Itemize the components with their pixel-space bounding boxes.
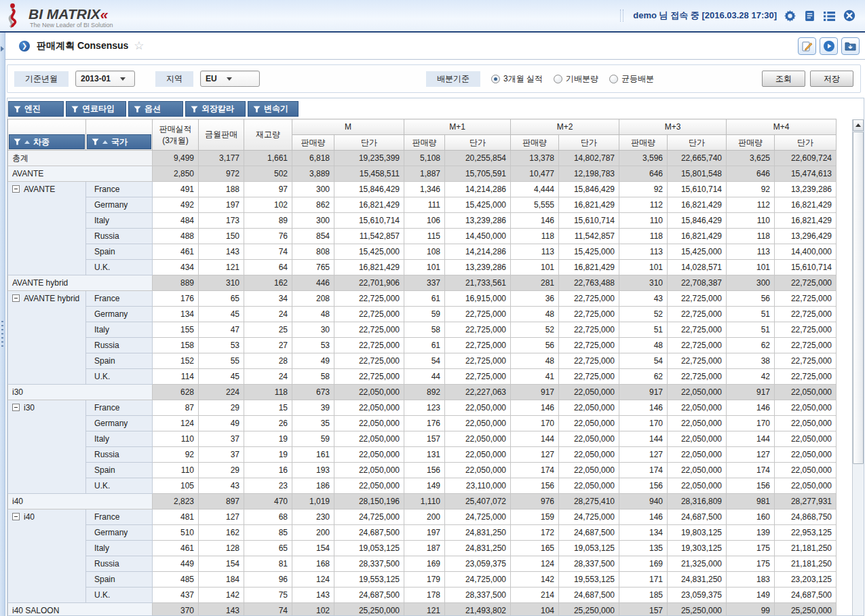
value-cell: 22,763,488 xyxy=(559,275,619,291)
value-cell: 21,181,250 xyxy=(775,556,837,572)
country-cell: Italy xyxy=(86,213,153,229)
value-cell: 22,725,000 xyxy=(668,322,727,338)
collapse-toggle-icon[interactable] xyxy=(12,404,20,411)
value-cell: 22,050,000 xyxy=(775,400,837,416)
value-cell: 940 xyxy=(619,494,668,509)
value-cell: 59 xyxy=(404,307,445,322)
value-cell: 158 xyxy=(153,338,199,353)
value-cell: 169 xyxy=(404,556,445,572)
run-query-button[interactable] xyxy=(820,37,838,55)
detail-row: Italy4611286515419,053,12518724,831,2501… xyxy=(8,541,837,556)
filter-chip-fueltype[interactable]: 연료타입 xyxy=(66,101,126,117)
detail-row: Germany49219710286216,821,42911115,425,0… xyxy=(8,197,837,213)
splitter-grip[interactable] xyxy=(1,321,3,348)
value-cell: 134 xyxy=(153,307,199,322)
sort-header-country[interactable]: 국가 xyxy=(87,134,151,149)
value-cell: 897 xyxy=(199,494,244,509)
value-cell: 113 xyxy=(727,244,775,260)
model-cell: AVANTE xyxy=(8,182,86,275)
value-cell: 484 xyxy=(153,213,199,229)
value-cell: 92 xyxy=(619,182,668,197)
chevron-down-icon xyxy=(120,77,126,81)
collapse-toggle-icon[interactable] xyxy=(12,185,20,193)
value-cell: 152 xyxy=(153,353,199,369)
value-cell: 13,296,429 xyxy=(775,229,837,244)
header-group-m3: M+3 xyxy=(619,119,727,135)
sort-header-model[interactable]: 차종 xyxy=(9,134,85,149)
value-cell: 22,953,125 xyxy=(775,525,837,541)
filter-chip-exterior-color[interactable]: 외장칼라 xyxy=(185,101,246,117)
value-cell: 19,053,125 xyxy=(559,541,619,556)
value-cell: 491 xyxy=(153,182,199,197)
collapse-toggle-icon[interactable] xyxy=(12,513,20,520)
value-cell: 13,378 xyxy=(511,151,559,166)
header-group-m2: M+2 xyxy=(511,119,619,135)
grid-panel: 엔진 연료타입 옵션 외장칼라 변속기 xyxy=(7,98,864,616)
value-cell: 146 xyxy=(511,213,559,229)
value-cell: 16,915,000 xyxy=(445,291,511,307)
detail-row: Russia15853275322,725,0006122,725,000562… xyxy=(8,338,837,353)
filter-chip-engine[interactable]: 엔진 xyxy=(8,101,64,117)
value-cell: 22,050,000 xyxy=(668,478,727,494)
value-cell: 49 xyxy=(292,353,334,369)
filter-chip-option[interactable]: 옵션 xyxy=(128,101,183,117)
detail-row: Italy4841738930015,610,71410613,239,2861… xyxy=(8,213,837,229)
region-select[interactable]: EU xyxy=(200,71,260,87)
value-cell: 128 xyxy=(199,541,244,556)
value-cell: 169 xyxy=(619,556,668,572)
radio-prev-distribution[interactable]: 기배분량 xyxy=(554,73,598,85)
value-cell: 65 xyxy=(199,291,244,307)
country-cell: France xyxy=(86,400,153,416)
value-cell: 15,846,429 xyxy=(668,213,727,229)
value-cell: 25,250,000 xyxy=(668,603,727,616)
list-icon[interactable] xyxy=(823,9,836,22)
favorite-star-icon[interactable]: ☆ xyxy=(134,39,144,53)
value-cell: 161 xyxy=(292,447,334,463)
radio-equal-distribution[interactable]: 균등배분 xyxy=(609,73,654,85)
save-button[interactable]: 저장 xyxy=(810,71,853,87)
edit-report-button[interactable] xyxy=(798,37,816,55)
value-cell: 28,337,500 xyxy=(445,588,511,603)
value-cell: 39 xyxy=(292,400,334,416)
value-cell: 22,050,000 xyxy=(668,416,727,431)
brand-name: BI MATRIX xyxy=(28,6,100,22)
row-name-cell: AVANTE xyxy=(8,166,153,182)
value-cell: 208 xyxy=(292,291,334,307)
collapse-toggle-icon[interactable] xyxy=(12,294,20,302)
value-cell: 36 xyxy=(511,291,559,307)
gear-icon[interactable] xyxy=(784,9,796,22)
value-cell: 1,661 xyxy=(244,151,292,166)
side-panel-splitter[interactable] xyxy=(0,33,5,616)
value-cell: 13,239,286 xyxy=(445,213,511,229)
scrollbar-up-button[interactable] xyxy=(853,119,864,131)
value-cell: 62 xyxy=(619,369,668,385)
search-button[interactable]: 조회 xyxy=(762,71,805,87)
vertical-scrollbar[interactable] xyxy=(852,119,864,615)
panel-expand-arrow-icon[interactable] xyxy=(1,46,4,52)
detail-row: AVANTEFrance4911889730015,846,4291,34614… xyxy=(8,182,837,197)
radio-label: 3개월 실적 xyxy=(503,73,543,85)
subheader-volume: 판매량 xyxy=(292,135,334,151)
value-cell: 156 xyxy=(727,478,775,494)
scrollbar-thumb[interactable] xyxy=(853,132,864,464)
value-cell: 22,725,000 xyxy=(445,338,511,353)
header-group-m1: M+1 xyxy=(404,119,511,135)
close-icon[interactable] xyxy=(843,9,856,22)
filter-chip-transmission[interactable]: 변속기 xyxy=(248,101,299,117)
value-cell: 1,887 xyxy=(404,166,445,182)
value-cell: 22,050,000 xyxy=(559,431,619,447)
value-cell: 19,553,125 xyxy=(334,572,404,588)
value-cell: 502 xyxy=(244,166,292,182)
radio-3month-actual[interactable]: 3개월 실적 xyxy=(491,73,543,85)
value-cell: 89 xyxy=(244,213,292,229)
export-save-button[interactable] xyxy=(841,37,860,55)
value-cell: 310 xyxy=(619,275,668,291)
value-cell: 61 xyxy=(404,338,445,353)
action-buttons: 조회 저장 xyxy=(762,71,853,87)
value-cell: 23 xyxy=(244,478,292,494)
base-month-select[interactable]: 2013-01 xyxy=(75,71,135,87)
value-cell: 149 xyxy=(727,588,775,603)
country-cell: Germany xyxy=(86,197,153,213)
document-icon[interactable] xyxy=(803,9,816,22)
value-cell: 14,028,571 xyxy=(668,260,727,275)
